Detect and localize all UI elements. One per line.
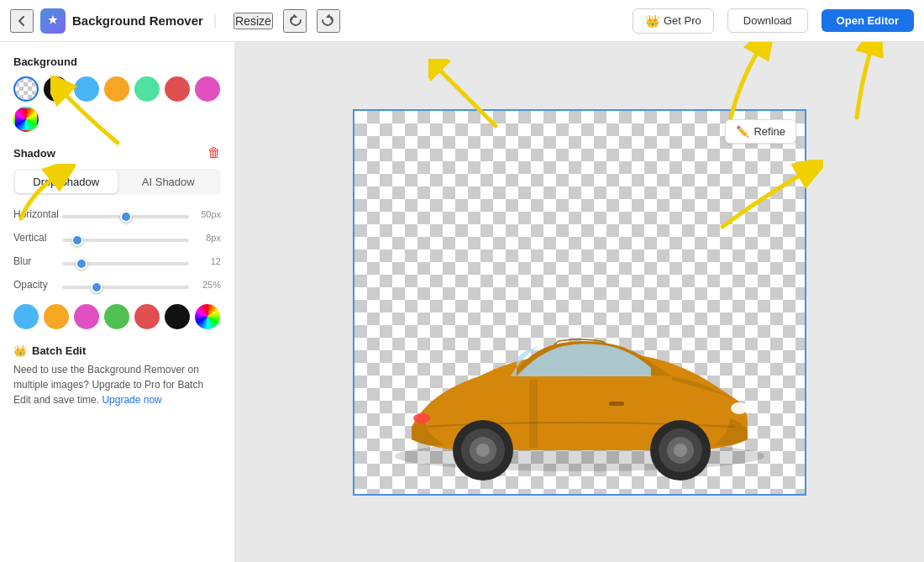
background-swatches [13, 76, 221, 132]
palette-blue[interactable] [13, 304, 39, 329]
car-image [354, 292, 805, 494]
batch-edit-description: Need to use the Background Remover on mu… [13, 362, 221, 407]
opacity-slider[interactable] [62, 286, 189, 289]
background-title: Background [13, 55, 221, 68]
swatch-orange[interactable] [104, 76, 129, 102]
slider-vertical: Vertical 8px [13, 230, 221, 245]
swatch-pink[interactable] [195, 76, 220, 102]
blur-value: 12 [194, 256, 221, 266]
slider-horizontal: Horizontal 50px [13, 207, 221, 222]
slider-opacity: Opacity 25% [13, 277, 221, 292]
horizontal-slider[interactable] [62, 215, 189, 218]
undo-button[interactable] [283, 9, 307, 33]
shadow-header: Shadow 🗑 [13, 145, 221, 160]
svg-point-10 [731, 402, 748, 414]
slider-horizontal-label: Horizontal [13, 208, 57, 220]
delete-shadow-button[interactable]: 🗑 [207, 145, 221, 160]
slider-blur: Blur 12 [13, 254, 221, 269]
swatch-transparent[interactable] [13, 76, 39, 102]
palette-green[interactable] [104, 304, 129, 329]
swatch-blue[interactable] [74, 76, 99, 102]
download-button[interactable]: Download [727, 8, 808, 33]
palette-red[interactable] [134, 304, 160, 329]
tab-ai-shadow[interactable]: AI Shadow [118, 171, 220, 193]
shadow-section: Shadow 🗑 Drop Shadow AI Shadow Horizonta… [13, 145, 221, 329]
main-content: Background Shadow 🗑 Drop Shadow AI Shado… [0, 42, 924, 562]
swatch-red[interactable] [165, 76, 190, 102]
arrow-open-editor [815, 42, 890, 126]
refine-button[interactable]: ✏️ Refine [725, 119, 796, 144]
palette-rainbow[interactable] [195, 304, 220, 329]
svg-point-5 [674, 444, 687, 457]
app-logo [40, 8, 66, 34]
blur-slider[interactable] [62, 262, 189, 265]
shadow-title: Shadow [13, 147, 55, 160]
crown-icon: 👑 [645, 14, 659, 28]
slider-opacity-label: Opacity [13, 279, 57, 291]
opacity-value: 25% [194, 280, 221, 290]
app-title: Background Remover [72, 13, 203, 28]
shadow-tabs: Drop Shadow AI Shadow [13, 169, 221, 195]
palette-orange[interactable] [44, 304, 69, 329]
sidebar: Background Shadow 🗑 Drop Shadow AI Shado… [0, 42, 235, 562]
horizontal-value: 50px [194, 209, 221, 219]
batch-edit-section: 👑 Batch Edit Need to use the Background … [13, 344, 221, 407]
canvas-area: N [235, 42, 924, 562]
back-button[interactable] [10, 9, 34, 33]
upgrade-now-link[interactable]: Upgrade now [102, 394, 161, 406]
batch-crown-icon: 👑 [13, 344, 27, 357]
resize-button[interactable]: Resize [234, 13, 273, 29]
svg-point-11 [413, 413, 430, 423]
swatch-black[interactable] [44, 76, 69, 102]
slider-vertical-label: Vertical [13, 232, 57, 244]
background-section: Background [13, 55, 221, 132]
shadow-color-palette [13, 304, 221, 329]
slider-blur-label: Blur [13, 255, 57, 267]
redo-button[interactable] [317, 9, 340, 33]
palette-pink[interactable] [74, 304, 99, 329]
swatch-green[interactable] [134, 76, 160, 102]
swatch-rainbow[interactable] [13, 107, 39, 132]
header: Background Remover | Resize 👑 Get Pro Do… [0, 0, 924, 42]
tab-drop-shadow[interactable]: Drop Shadow [15, 171, 118, 193]
svg-point-9 [476, 444, 490, 457]
palette-black[interactable] [165, 304, 190, 329]
vertical-value: 8px [194, 233, 221, 243]
open-editor-button[interactable]: Open Editor [822, 9, 914, 32]
get-pro-button[interactable]: 👑 Get Pro [633, 8, 714, 34]
batch-edit-title: 👑 Batch Edit [13, 344, 221, 357]
image-container: ✏️ Refine [353, 109, 806, 496]
vertical-slider[interactable] [62, 239, 189, 242]
svg-rect-12 [609, 402, 624, 406]
pencil-icon: ✏️ [736, 125, 749, 138]
